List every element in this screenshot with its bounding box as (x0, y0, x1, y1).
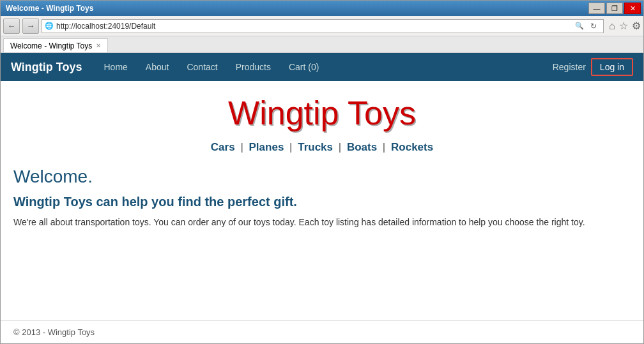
window-title: Welcome - Wingtip Toys (6, 4, 93, 13)
title-bar: Welcome - Wingtip Toys — ❐ ✕ (1, 1, 643, 16)
browser-content: Wingtip Toys Home About Contact Products… (1, 53, 643, 343)
search-icon: 🔍 (575, 22, 584, 30)
welcome-body: We're all about transportation toys. You… (13, 216, 588, 229)
browser-window: Welcome - Wingtip Toys — ❐ ✕ ← → 🌐 http:… (0, 0, 644, 344)
page-icon: 🌐 (45, 22, 54, 30)
home-icon[interactable]: ⌂ (609, 20, 615, 32)
tab-title: Welcome - Wingtip Toys (10, 41, 92, 50)
cat-trucks[interactable]: Trucks (298, 141, 333, 153)
browser-icon-group: ⌂ ☆ ⚙ (609, 20, 641, 32)
url-text: http://localhost:24019/Default (56, 22, 572, 31)
settings-icon[interactable]: ⚙ (632, 20, 641, 32)
site-logo: Wingtip Toys (13, 94, 631, 132)
welcome-subheading: Wingtip Toys can help you find the perfe… (13, 195, 631, 209)
back-button[interactable]: ← (3, 19, 20, 34)
cat-rockets[interactable]: Rockets (391, 141, 433, 153)
cat-cars[interactable]: Cars (211, 141, 235, 153)
welcome-heading: Welcome. (13, 167, 631, 187)
sep-1: | (238, 141, 243, 153)
category-links: Cars | Planes | Trucks | Boats | Rockets (13, 141, 631, 154)
footer-text: © 2013 - Wingtip Toys (13, 327, 95, 337)
nav-right: Register Log in (553, 58, 633, 76)
register-link[interactable]: Register (553, 62, 586, 72)
sep-3: | (335, 141, 341, 153)
site-navbar: Wingtip Toys Home About Contact Products… (1, 53, 643, 81)
site-main: Wingtip Toys Cars | Planes | Trucks | Bo… (1, 81, 643, 320)
site-brand[interactable]: Wingtip Toys (11, 61, 82, 74)
browser-toolbar: ← → 🌐 http://localhost:24019/Default 🔍 ↻… (1, 16, 643, 36)
forward-button[interactable]: → (22, 19, 39, 34)
minimize-button[interactable]: — (588, 3, 605, 14)
window-controls: — ❐ ✕ (588, 3, 641, 14)
nav-contact[interactable]: Contact (178, 62, 226, 72)
tab-close-icon[interactable]: ✕ (96, 42, 101, 49)
sep-4: | (379, 141, 385, 153)
nav-home[interactable]: Home (95, 62, 137, 72)
nav-cart[interactable]: Cart (0) (280, 62, 328, 72)
tab-bar: Welcome - Wingtip Toys ✕ (1, 36, 643, 53)
nav-about[interactable]: About (137, 62, 178, 72)
active-tab[interactable]: Welcome - Wingtip Toys ✕ (3, 38, 108, 52)
cat-planes[interactable]: Planes (249, 141, 284, 153)
star-icon[interactable]: ☆ (619, 20, 628, 32)
login-button[interactable]: Log in (591, 58, 633, 76)
sep-2: | (286, 141, 292, 153)
close-button[interactable]: ✕ (624, 3, 641, 14)
nav-links: Home About Contact Products Cart (0) (95, 62, 553, 72)
cat-boats[interactable]: Boats (347, 141, 377, 153)
logo-text: Wingtip Toys (228, 94, 416, 132)
site-footer: © 2013 - Wingtip Toys (1, 320, 643, 343)
address-bar[interactable]: 🌐 http://localhost:24019/Default 🔍 ↻ (42, 19, 604, 33)
nav-products[interactable]: Products (227, 62, 280, 72)
restore-button[interactable]: ❐ (606, 3, 623, 14)
refresh-button[interactable]: ↻ (586, 19, 601, 33)
